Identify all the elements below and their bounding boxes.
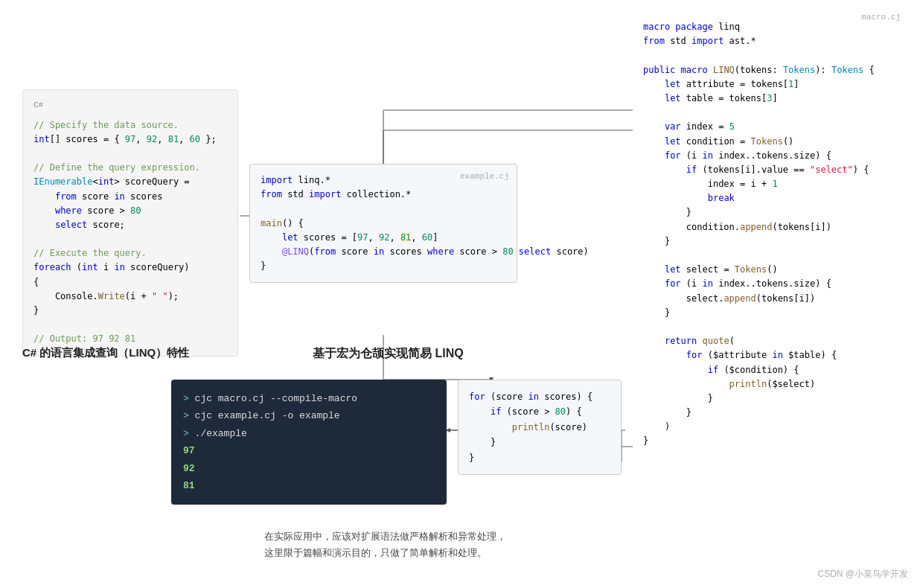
main-container: C# // Specify the data source. int[] sco… [0, 0, 923, 588]
macro-header: macro package linq from std import ast.*… [643, 20, 898, 449]
terminal-line-1: > cjc macro.cj --compile-macro [183, 390, 435, 407]
csharp-panel: C# // Specify the data source. int[] sco… [22, 89, 238, 357]
output-panel: for (score in scores) { if (score > 80) … [458, 380, 622, 475]
macro-panel: macro.cj macro package linq from std imp… [633, 11, 908, 458]
middle-section-label: 基于宏为仓颉实现简易 LINQ [313, 346, 464, 362]
note-line1: 在实际应用中，应该对扩展语法做严格解析和异常处理， [264, 528, 506, 545]
terminal-panel: > cjc macro.cj --compile-macro > cjc exa… [171, 380, 447, 505]
csharp-code: // Specify the data source. int[] scores… [33, 118, 227, 347]
note-line2: 这里限于篇幅和演示目的，只做了简单解析和处理。 [264, 545, 506, 561]
example-code: import linq.* from std import collection… [261, 173, 506, 273]
terminal-line-2: > cjc example.cj -o example [183, 407, 435, 424]
footer-text: CSDN @小菜鸟学开发 [817, 569, 908, 579]
example-panel: example.cj import linq.* from std import… [249, 164, 517, 283]
csharp-lang-label: C# [33, 99, 227, 112]
terminal-output-1: 97 [183, 442, 435, 459]
terminal-output-2: 92 [183, 460, 435, 477]
terminal-line-3: > ./example [183, 425, 435, 442]
macro-filename: macro.cj [861, 11, 901, 25]
output-code: for (score in scores) { if (score > 80) … [469, 389, 610, 465]
example-filename: example.cj [460, 170, 509, 184]
footer: CSDN @小菜鸟学开发 [817, 568, 908, 581]
terminal-output-3: 81 [183, 477, 435, 494]
left-section-label: C# 的语言集成查询（LINQ）特性 [22, 346, 189, 360]
note-text: 在实际应用中，应该对扩展语法做严格解析和异常处理， 这里限于篇幅和演示目的，只做… [264, 528, 506, 561]
